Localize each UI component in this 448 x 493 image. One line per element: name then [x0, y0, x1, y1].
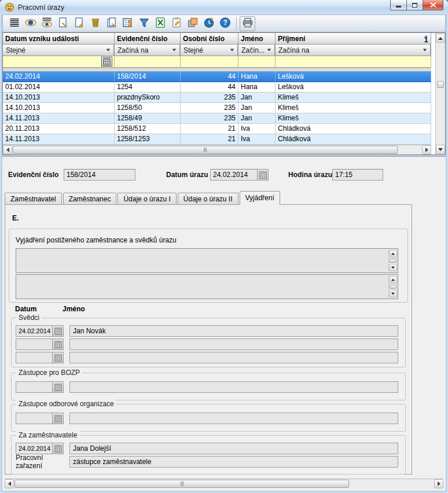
print-button[interactable]	[240, 16, 255, 31]
scrollbar-thumb[interactable]	[13, 146, 398, 154]
datum-urazu-label: Datum úrazu	[166, 169, 208, 181]
clipboard-edit-button[interactable]	[168, 16, 184, 31]
svedek-datum-field[interactable]	[16, 352, 53, 363]
copy-document-button[interactable]	[104, 16, 119, 31]
new-document-button[interactable]	[55, 16, 71, 31]
svedek-jmeno-field[interactable]: Jan Novák	[69, 325, 398, 337]
svedek-calendar-button[interactable]	[53, 339, 64, 350]
scrollbar-thumb[interactable]	[14, 480, 349, 488]
filter-button[interactable]	[136, 16, 152, 31]
svedek-datum-field[interactable]	[16, 339, 53, 350]
scroll-down-button[interactable]	[390, 264, 397, 271]
scroll-up-button[interactable]	[436, 34, 445, 43]
evidencni-field[interactable]: 158/2014	[64, 169, 135, 181]
filter-input-jmeno[interactable]	[238, 56, 276, 68]
filter-input-datum[interactable]	[3, 56, 115, 68]
grid-horizontal-scrollbar[interactable]	[3, 145, 431, 154]
cell-osobni: 235	[181, 93, 238, 103]
filter-input-osobni[interactable]	[181, 56, 238, 68]
arrow-right-icon	[425, 148, 428, 152]
scrollbar-thumb[interactable]	[390, 259, 396, 263]
odbory-jmeno-field[interactable]	[69, 413, 398, 424]
tab-zamestnanec[interactable]: Zaměstnanec	[63, 193, 117, 205]
svedek-calendar-button[interactable]	[53, 352, 64, 363]
help-button[interactable]: ?	[217, 16, 233, 31]
history-icon	[203, 17, 215, 30]
textarea-scrollbar[interactable]	[388, 275, 397, 298]
column-header-jmeno[interactable]: Jméno	[238, 33, 276, 45]
column-header-prijmeni[interactable]: Příjmení 1	[276, 33, 431, 45]
svedek-jmeno-field[interactable]	[69, 352, 398, 363]
scroll-left-button[interactable]	[3, 145, 12, 154]
filter-input-prijmeni[interactable]	[276, 56, 431, 68]
scroll-right-button[interactable]	[422, 145, 431, 154]
column-header-osobni[interactable]: Osobní číslo	[181, 33, 238, 45]
filter-operator-jmeno[interactable]: Začín...	[238, 45, 276, 56]
scroll-up-button[interactable]	[390, 276, 397, 284]
table-row[interactable]: 14.11.2013 1258/49 235 Jan Klimeš	[3, 113, 431, 124]
odbory-datum-field[interactable]	[16, 413, 53, 424]
scroll-down-button[interactable]	[436, 145, 445, 154]
filter-operator-osobni[interactable]: Stejné	[181, 45, 238, 56]
textarea-scrollbar[interactable]	[388, 249, 397, 272]
panel-horizontal-scrollbar[interactable]	[5, 479, 443, 488]
tab-zamestnavatel[interactable]: Zaměstnavatel	[5, 193, 62, 205]
odbory-calendar-button[interactable]	[53, 413, 64, 424]
statement-textarea-1[interactable]	[16, 248, 398, 273]
svedek-calendar-button[interactable]	[53, 325, 64, 337]
column-header-datum[interactable]: Datum vzniku události	[3, 33, 115, 45]
maximize-button[interactable]	[407, 0, 423, 10]
svedek-jmeno-field[interactable]	[69, 339, 398, 350]
delete-button[interactable]	[87, 16, 103, 31]
scroll-left-button[interactable]	[5, 479, 14, 488]
list-button[interactable]	[6, 16, 22, 31]
view-list-button[interactable]	[39, 16, 54, 31]
tab-vyjadreni[interactable]: Vyjádření	[240, 191, 280, 205]
cell-evidencni: 1258/1253	[115, 134, 181, 145]
datum-urazu-field[interactable]: 24.02.2014	[210, 169, 258, 181]
view-button[interactable]	[23, 16, 38, 31]
scrollbar-thumb[interactable]	[437, 81, 444, 88]
scroll-down-button[interactable]	[390, 290, 397, 297]
statement-textarea-2[interactable]	[16, 274, 398, 299]
table-row[interactable]: 14.11.2013 1258/1253 21 Iva Chládková	[3, 134, 431, 145]
excel-icon	[155, 17, 166, 30]
datum-urazu-calendar-button[interactable]	[258, 169, 269, 181]
filter-operator-evidencni[interactable]: Začíná na	[115, 45, 181, 56]
export-excel-button[interactable]	[152, 16, 168, 31]
tab-udaje-o-urazu-2[interactable]: Údaje o úrazu II	[178, 193, 238, 205]
toolbar: ?	[2, 14, 446, 32]
filter-operator-datum[interactable]: Stejné	[3, 45, 115, 56]
copy-window-button[interactable]	[185, 16, 200, 31]
minimize-button[interactable]	[390, 0, 407, 10]
tab-udaje-o-urazu-1[interactable]: Údaje o úrazu I	[117, 193, 176, 205]
grid-user-icon	[122, 17, 134, 30]
history-button[interactable]	[201, 16, 216, 31]
table-row[interactable]: 01.02.2014 1254 44 Hana Lešková	[3, 82, 431, 93]
bozp-jmeno-field[interactable]	[69, 381, 398, 393]
bozp-datum-field[interactable]	[16, 381, 53, 393]
table-row[interactable]: 14.10.2013 1258/50 235 Jan Klimeš	[3, 103, 431, 113]
date-picker-button[interactable]	[101, 57, 112, 67]
edit-document-button[interactable]	[71, 16, 87, 31]
filter-operator-prijmeni[interactable]: Začíná na	[276, 45, 431, 56]
svedek-datum-field[interactable]: 24.02.2014	[16, 325, 53, 337]
table-row[interactable]: 14.10.2013 prazdnySkoro 235 Jan Klimeš	[3, 93, 431, 103]
scroll-right-button[interactable]	[434, 479, 443, 488]
filter-input-evidencni[interactable]	[115, 56, 181, 68]
zamestnavatel-jmeno-field[interactable]: Jana Dolejší	[69, 443, 398, 454]
pracovni-zarazeni-field[interactable]: zástupce zaměstnavatele	[69, 456, 398, 468]
zamestnavatel-calendar-button[interactable]	[53, 443, 64, 454]
grid-vertical-scrollbar[interactable]	[435, 33, 445, 154]
scrollbar-thumb[interactable]	[390, 285, 396, 289]
hodina-urazu-field[interactable]: 17:15	[332, 169, 383, 181]
close-button[interactable]	[423, 0, 443, 10]
scroll-up-button[interactable]	[390, 250, 397, 257]
zamestnavatel-datum-field[interactable]: 24.02.2014	[16, 443, 53, 454]
bozp-calendar-button[interactable]	[53, 381, 64, 393]
column-header-evidencni[interactable]: Evidenční číslo	[115, 33, 181, 45]
table-row[interactable]: 20.11.2013 1258/512 21 Iva Chládková	[3, 124, 431, 134]
grid-user-button[interactable]	[120, 16, 135, 31]
table-row[interactable]: 24.02.2014 158/2014 44 Hana Lešková	[3, 72, 431, 82]
sort-indicator-icon[interactable]: 1	[424, 35, 428, 43]
